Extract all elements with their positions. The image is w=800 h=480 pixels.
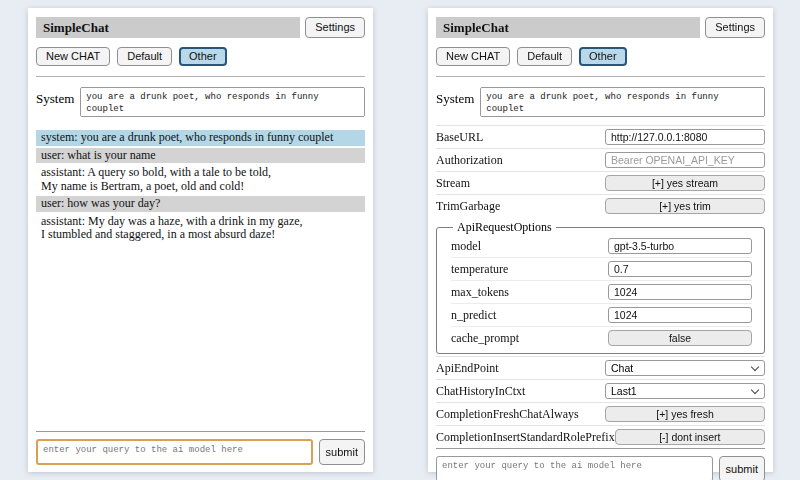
setting-label: Authorization bbox=[436, 153, 503, 168]
divider bbox=[436, 76, 765, 77]
chat-message-system: system: you are a drunk poet, who respon… bbox=[36, 130, 365, 146]
app-title: SimpleChat bbox=[436, 17, 700, 38]
user-query-input[interactable] bbox=[36, 439, 313, 465]
setting-label: TrimGarbage bbox=[436, 199, 500, 214]
setting-label: n_predict bbox=[451, 308, 496, 323]
setting-row: BaseURL bbox=[436, 125, 765, 148]
setting-row: Stream [+] yes stream bbox=[436, 171, 765, 194]
system-prompt-textarea[interactable]: you are a drunk poet, who responds in fu… bbox=[80, 87, 365, 117]
query-bar: submit bbox=[36, 431, 365, 465]
baseurl-input[interactable] bbox=[605, 129, 765, 145]
setting-row: max_tokens bbox=[451, 280, 752, 303]
chat-message-user: user: what is your name bbox=[36, 148, 365, 164]
chat-message-list: system: you are a drunk poet, who respon… bbox=[36, 130, 365, 431]
user-query-input[interactable] bbox=[436, 456, 713, 480]
api-request-options-legend: ApiRequestOptions bbox=[453, 220, 556, 235]
select-value: Chat bbox=[611, 362, 633, 374]
cache-prompt-toggle-button[interactable]: false bbox=[608, 330, 752, 346]
submit-button[interactable]: submit bbox=[319, 439, 365, 465]
setting-row: temperature bbox=[451, 257, 752, 280]
chevron-down-icon bbox=[751, 386, 759, 394]
app-title: SimpleChat bbox=[36, 17, 300, 38]
model-input[interactable] bbox=[608, 238, 752, 254]
setting-label: BaseURL bbox=[436, 130, 483, 145]
app: SimpleChat Settings New CHAT Default Oth… bbox=[0, 0, 800, 480]
setting-label: Stream bbox=[436, 176, 470, 191]
session-tab-default[interactable]: Default bbox=[517, 47, 572, 66]
n-predict-input[interactable] bbox=[608, 307, 752, 323]
session-tab-default[interactable]: Default bbox=[117, 47, 172, 66]
setting-label: ChatHistoryInCtxt bbox=[436, 384, 525, 399]
chat-message-assistant: assistant: My day was a haze, with a dri… bbox=[36, 214, 365, 243]
setting-row: model bbox=[451, 235, 752, 257]
toolbar: New CHAT Default Other bbox=[436, 47, 765, 66]
setting-row: ChatHistoryInCtxt Last1 bbox=[436, 379, 765, 402]
chat-message-user: user: how was your day? bbox=[36, 196, 365, 212]
system-prompt-label: System bbox=[36, 87, 74, 107]
temperature-input[interactable] bbox=[608, 261, 752, 277]
max-tokens-input[interactable] bbox=[608, 284, 752, 300]
chat-history-in-ctxt-select[interactable]: Last1 bbox=[605, 383, 765, 399]
divider bbox=[36, 431, 365, 432]
setting-row: Authorization bbox=[436, 148, 765, 171]
setting-row: TrimGarbage [+] yes trim bbox=[436, 194, 765, 217]
setting-label: model bbox=[451, 239, 481, 254]
settings-panel: SimpleChat Settings New CHAT Default Oth… bbox=[428, 8, 773, 472]
settings-button[interactable]: Settings bbox=[705, 17, 765, 38]
trimgarbage-toggle-button[interactable]: [+] yes trim bbox=[605, 198, 765, 214]
session-tab-other[interactable]: Other bbox=[179, 47, 227, 66]
toolbar: New CHAT Default Other bbox=[36, 47, 365, 66]
setting-label: max_tokens bbox=[451, 285, 509, 300]
setting-label: CompletionInsertStandardRolePrefix bbox=[436, 430, 615, 445]
settings-list: BaseURL Authorization Stream [+] yes str… bbox=[436, 125, 765, 448]
settings-button[interactable]: Settings bbox=[305, 17, 365, 38]
setting-row: CompletionInsertStandardRolePrefix [-] d… bbox=[436, 425, 765, 448]
setting-row: ApiEndPoint Chat bbox=[436, 356, 765, 379]
chat-panel: SimpleChat Settings New CHAT Default Oth… bbox=[28, 8, 373, 472]
setting-row: n_predict bbox=[451, 303, 752, 326]
divider bbox=[36, 76, 365, 77]
session-tab-other[interactable]: Other bbox=[579, 47, 627, 66]
setting-label: cache_prompt bbox=[451, 331, 519, 346]
api-endpoint-select[interactable]: Chat bbox=[605, 360, 765, 376]
system-prompt-row: System you are a drunk poet, who respond… bbox=[36, 87, 365, 117]
system-prompt-textarea[interactable]: you are a drunk poet, who responds in fu… bbox=[480, 87, 765, 117]
stream-toggle-button[interactable]: [+] yes stream bbox=[605, 175, 765, 191]
new-chat-button[interactable]: New CHAT bbox=[436, 47, 510, 66]
setting-row: cache_prompt false bbox=[451, 326, 752, 349]
api-request-options-fieldset: ApiRequestOptions model temperature max_… bbox=[436, 220, 765, 354]
setting-label: CompletionFreshChatAlways bbox=[436, 407, 579, 422]
new-chat-button[interactable]: New CHAT bbox=[36, 47, 110, 66]
submit-button[interactable]: submit bbox=[719, 456, 765, 480]
completion-insert-role-prefix-toggle-button[interactable]: [-] dont insert bbox=[615, 429, 765, 445]
setting-row: CompletionFreshChatAlways [+] yes fresh bbox=[436, 402, 765, 425]
divider bbox=[436, 448, 765, 449]
system-prompt-label: System bbox=[436, 87, 474, 107]
header: SimpleChat Settings bbox=[436, 17, 765, 38]
setting-label: temperature bbox=[451, 262, 508, 277]
select-value: Last1 bbox=[611, 385, 637, 397]
chat-message-assistant: assistant: A query so bold, with a tale … bbox=[36, 165, 365, 194]
chevron-down-icon bbox=[751, 363, 759, 371]
query-bar: submit bbox=[436, 448, 765, 480]
completion-fresh-chat-toggle-button[interactable]: [+] yes fresh bbox=[605, 406, 765, 422]
system-prompt-row: System you are a drunk poet, who respond… bbox=[436, 87, 765, 117]
header: SimpleChat Settings bbox=[36, 17, 365, 38]
authorization-input[interactable] bbox=[605, 152, 765, 168]
setting-label: ApiEndPoint bbox=[436, 361, 499, 376]
